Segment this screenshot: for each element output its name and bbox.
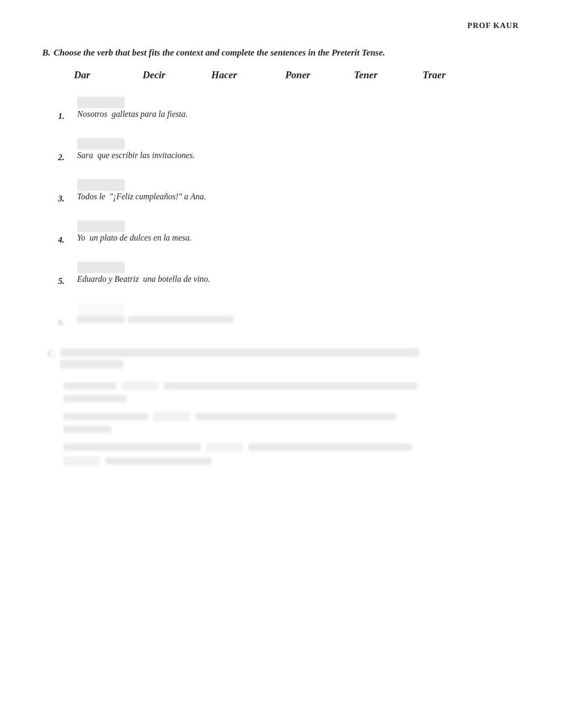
exercise-3: 3. Todos le "¡Feliz cumpleaños!" a Ana.	[58, 179, 519, 204]
verb-dar: Dar	[74, 69, 143, 81]
exercise-4: 4. Yo un plato de dulces en la mesa.	[58, 220, 519, 245]
exercise-1-rest: galletas para la fiesta.	[111, 109, 188, 119]
verb-tener: Tener	[354, 69, 423, 81]
section-b-header: B.Choose the verb that best fits the con…	[42, 46, 519, 60]
exercise-2: 2. Sara que escribir las invitaciones.	[58, 138, 519, 162]
blurred-text-1b	[164, 382, 417, 390]
blurred-text-3c	[106, 457, 211, 465]
blurred-answer-1	[121, 381, 158, 391]
blurred-text-3b	[248, 444, 412, 451]
section-c-row-1b	[63, 395, 519, 402]
section-c-title-line2	[60, 360, 124, 368]
blurred-answer-3b	[63, 456, 100, 466]
exercise-1-content: Nosotros galletas para la fiesta.	[77, 97, 188, 119]
section-c-header: C.	[48, 348, 519, 372]
exercise-6-text-1	[77, 316, 125, 323]
blurred-text-1a	[63, 382, 116, 390]
section-c-block-1	[63, 381, 519, 402]
exercise-6-text-2	[128, 316, 233, 323]
exercise-4-blank[interactable]	[77, 220, 125, 232]
verb-poner: Poner	[285, 69, 354, 81]
blurred-text-2c	[63, 426, 111, 433]
exercise-1-blank[interactable]	[77, 97, 125, 108]
exercise-2-rest: que escribir las invitaciones.	[97, 151, 195, 160]
blurred-text-1c	[63, 395, 127, 402]
blurred-answer-2	[153, 412, 190, 421]
exercise-5-content: Eduardo y Beatriz una botella de vino.	[77, 262, 210, 284]
blurred-text-3a	[63, 444, 201, 451]
section-c-row-3a	[63, 443, 519, 452]
exercise-4-rest: un plato de dulces en la mesa.	[89, 233, 191, 243]
section-c-block-3	[63, 443, 519, 466]
exercise-2-content: Sara que escribir las invitaciones.	[77, 138, 195, 160]
exercise-4-content: Yo un plato de dulces en la mesa.	[77, 220, 192, 243]
exercise-1-number: 1.	[58, 97, 77, 121]
exercise-2-number: 2.	[58, 138, 77, 162]
blurred-text-2a	[63, 413, 148, 420]
exercise-3-content: Todos le "¡Feliz cumpleaños!" a Ana.	[77, 179, 206, 201]
section-b-letter: B.	[42, 48, 51, 58]
exercise-3-number: 3.	[58, 179, 77, 204]
exercise-6-blank	[77, 303, 125, 315]
verb-decir: Decir	[143, 69, 211, 81]
section-c-row-2a	[63, 412, 519, 421]
exercise-6: 6.	[58, 303, 519, 327]
prof-name: PROF KAUR	[42, 21, 519, 30]
exercises-section: 1. Nosotros galletas para la fiesta. 2. …	[58, 97, 519, 327]
exercise-5-rest: una botella de vino.	[143, 274, 210, 284]
section-c-row-3b	[63, 456, 519, 466]
section-c-content	[63, 381, 519, 466]
exercise-2-subject: Sara	[77, 151, 93, 160]
section-b-instruction: Choose the verb that best fits the conte…	[54, 48, 385, 58]
exercise-1-subject: Nosotros	[77, 109, 107, 119]
exercise-6-content	[77, 303, 233, 323]
section-c: C.	[48, 348, 519, 466]
exercise-3-subject: Todos le	[77, 192, 105, 201]
exercise-3-blank[interactable]	[77, 179, 125, 191]
exercise-5-number: 5.	[58, 262, 77, 286]
exercise-4-subject: Yo	[77, 233, 85, 243]
exercise-6-number: 6.	[58, 303, 77, 327]
exercise-1: 1. Nosotros galletas para la fiesta.	[58, 97, 519, 121]
section-c-letter: C.	[48, 348, 56, 359]
section-c-block-2	[63, 412, 519, 433]
blurred-answer-3	[206, 443, 243, 452]
exercise-4-number: 4.	[58, 220, 77, 245]
verb-traer: Traer	[423, 69, 491, 81]
exercise-5: 5. Eduardo y Beatriz una botella de vino…	[58, 262, 519, 286]
section-c-title-line1	[60, 348, 419, 357]
blurred-text-2b	[195, 413, 396, 420]
section-c-row-1a	[63, 381, 519, 391]
exercise-2-blank[interactable]	[77, 138, 125, 150]
verb-hacer: Hacer	[211, 69, 285, 81]
section-c-row-2b	[63, 426, 519, 433]
section-c-title	[60, 348, 419, 372]
exercise-5-subject: Eduardo y Beatriz	[77, 274, 139, 284]
verb-list: Dar Decir Hacer Poner Tener Traer	[74, 69, 519, 81]
exercise-3-rest: "¡Feliz cumpleaños!" a Ana.	[109, 192, 206, 201]
exercise-5-blank[interactable]	[77, 262, 125, 273]
